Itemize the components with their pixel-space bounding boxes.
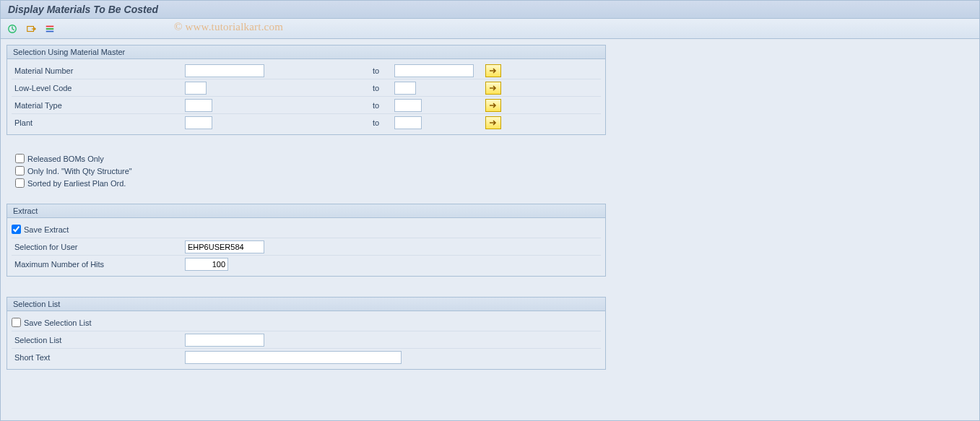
material-number-from-input[interactable] xyxy=(185,64,264,77)
low-level-multiple-button[interactable] xyxy=(485,82,501,95)
to-label: to xyxy=(365,118,394,127)
material-type-to-input[interactable] xyxy=(394,99,422,112)
max-hits-label: Maximum Number of Hits xyxy=(12,260,185,269)
material-type-multiple-button[interactable] xyxy=(485,99,501,112)
max-hits-input[interactable] xyxy=(185,258,228,271)
bars-color-icon xyxy=(45,24,55,34)
plant-label: Plant xyxy=(12,118,185,127)
only-ind-checkbox[interactable] xyxy=(15,166,25,175)
material-number-label: Material Number xyxy=(12,66,185,75)
save-selection-list-label: Save Selection List xyxy=(24,318,92,327)
arrow-right-icon xyxy=(489,102,498,109)
save-extract-checkbox[interactable] xyxy=(12,225,21,234)
watermark-text: © www.tutorialkart.com xyxy=(174,21,283,33)
svg-rect-2 xyxy=(46,25,54,27)
selection-for-user-label: Selection for User xyxy=(12,243,185,251)
plant-multiple-button[interactable] xyxy=(485,116,501,129)
low-level-label: Low-Level Code xyxy=(12,84,185,92)
arrow-right-icon xyxy=(489,84,498,92)
save-extract-label: Save Extract xyxy=(24,225,69,234)
folder-out-icon xyxy=(26,24,36,34)
material-type-label: Material Type xyxy=(12,101,185,110)
get-variant-button[interactable] xyxy=(24,22,38,36)
arrow-right-icon xyxy=(489,67,498,74)
plant-from-input[interactable] xyxy=(185,116,212,129)
save-selection-list-checkbox[interactable] xyxy=(12,318,21,327)
group-header: Selection List xyxy=(7,298,605,311)
toolbar: © www.tutorialkart.com xyxy=(1,19,979,39)
plant-to-input[interactable] xyxy=(394,116,422,129)
layout-button[interactable] xyxy=(43,22,57,36)
sorted-checkbox[interactable] xyxy=(15,178,25,188)
group-header: Selection Using Material Master xyxy=(7,45,605,59)
app-window: Display Materials To Be Costed © www.tut… xyxy=(0,0,980,421)
group-extract: Extract Save Extract Selection for User … xyxy=(6,204,606,277)
selection-for-user-input[interactable] xyxy=(185,240,264,253)
material-number-multiple-button[interactable] xyxy=(485,64,501,77)
group-selection-list: Selection List Save Selection List Selec… xyxy=(6,297,606,370)
selection-list-input[interactable] xyxy=(185,334,264,347)
to-label: to xyxy=(365,101,394,110)
short-text-input[interactable] xyxy=(185,351,402,364)
svg-rect-3 xyxy=(46,28,54,30)
options-block: Released BOMs Only Only Ind. "With Qty S… xyxy=(6,145,974,189)
to-label: to xyxy=(365,66,394,75)
low-level-from-input[interactable] xyxy=(185,82,207,95)
clock-run-icon xyxy=(7,24,17,34)
group-selection-material-master: Selection Using Material Master Material… xyxy=(6,45,606,135)
svg-rect-4 xyxy=(46,30,54,32)
material-type-from-input[interactable] xyxy=(185,99,212,112)
group-header: Extract xyxy=(7,204,605,218)
content-area: Selection Using Material Master Material… xyxy=(1,39,979,386)
selection-list-label: Selection List xyxy=(12,336,185,344)
short-text-label: Short Text xyxy=(12,353,185,362)
page-title: Display Materials To Be Costed xyxy=(1,1,979,19)
sorted-label: Sorted by Earliest Plan Ord. xyxy=(27,179,126,188)
low-level-to-input[interactable] xyxy=(394,82,416,95)
to-label: to xyxy=(365,84,394,92)
material-number-to-input[interactable] xyxy=(394,64,474,77)
execute-button[interactable] xyxy=(5,22,19,36)
released-boms-checkbox[interactable] xyxy=(15,154,25,163)
only-ind-label: Only Ind. "With Qty Structure" xyxy=(27,167,132,175)
released-boms-label: Released BOMs Only xyxy=(27,155,104,163)
arrow-right-icon xyxy=(489,119,498,126)
